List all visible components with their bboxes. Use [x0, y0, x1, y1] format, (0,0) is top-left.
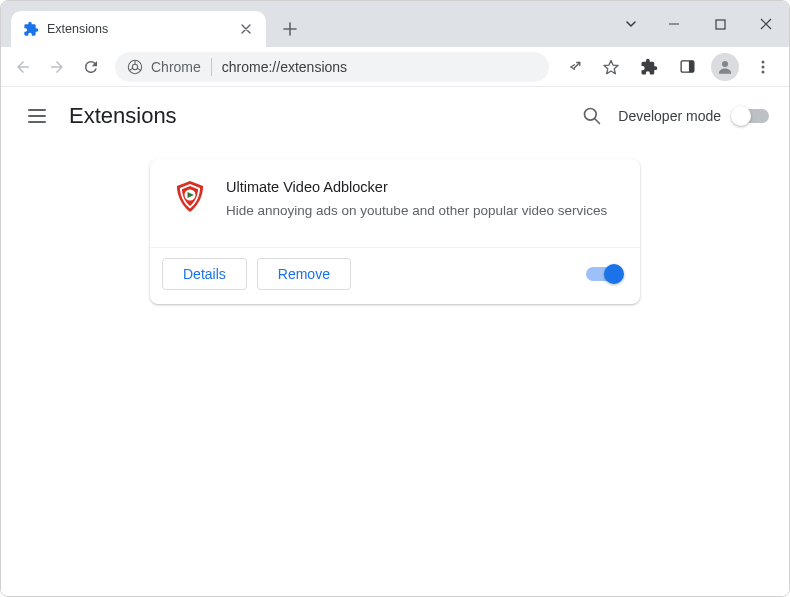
profile-button[interactable]	[709, 51, 741, 83]
extensions-icon[interactable]	[633, 51, 665, 83]
forward-button[interactable]	[41, 51, 73, 83]
titlebar: Extensions	[1, 1, 789, 47]
maximize-button[interactable]	[697, 1, 743, 47]
page-title: Extensions	[69, 103, 177, 129]
bookmark-icon[interactable]	[595, 51, 627, 83]
address-bar: Chrome chrome://extensions	[1, 47, 789, 87]
sidepanel-icon[interactable]	[671, 51, 703, 83]
minimize-button[interactable]	[651, 1, 697, 47]
svg-point-6	[762, 60, 765, 63]
scheme-chip: Chrome	[127, 59, 201, 75]
svg-point-2	[132, 64, 137, 69]
chevron-down-icon[interactable]	[611, 1, 651, 47]
avatar-icon	[711, 53, 739, 81]
svg-rect-0	[716, 20, 725, 29]
remove-button[interactable]: Remove	[257, 258, 351, 290]
omnibox[interactable]: Chrome chrome://extensions	[115, 52, 549, 82]
omnibox-divider	[211, 58, 212, 76]
extension-body: Ultimate Video Adblocker Hide annoying a…	[150, 159, 640, 247]
extension-card: Ultimate Video Adblocker Hide annoying a…	[150, 159, 640, 304]
scheme-label: Chrome	[151, 59, 201, 75]
svg-rect-4	[688, 61, 693, 72]
url-text: chrome://extensions	[222, 59, 347, 75]
extension-name: Ultimate Video Adblocker	[226, 179, 618, 195]
window-controls	[611, 1, 789, 47]
extension-description: Hide annoying ads on youtube and other p…	[226, 201, 618, 221]
page-header: Extensions Developer mode	[1, 87, 789, 145]
reload-button[interactable]	[75, 51, 107, 83]
extension-enable-toggle[interactable]	[586, 267, 622, 281]
svg-point-7	[762, 65, 765, 68]
developer-mode-label: Developer mode	[618, 108, 721, 124]
developer-mode-toggle[interactable]	[733, 109, 769, 123]
svg-point-5	[722, 61, 728, 67]
share-icon[interactable]	[557, 51, 589, 83]
extension-text: Ultimate Video Adblocker Hide annoying a…	[226, 179, 618, 221]
browser-window: Extensions	[0, 0, 790, 597]
browser-tab[interactable]: Extensions	[11, 11, 266, 47]
chrome-icon	[127, 59, 143, 75]
close-button[interactable]	[743, 1, 789, 47]
tab-title: Extensions	[47, 22, 230, 36]
new-tab-button[interactable]	[276, 15, 304, 43]
details-button[interactable]: Details	[162, 258, 247, 290]
back-button[interactable]	[7, 51, 39, 83]
svg-point-8	[762, 70, 765, 73]
search-icon[interactable]	[572, 96, 612, 136]
toolbar-actions	[557, 51, 783, 83]
content-area: Ultimate Video Adblocker Hide annoying a…	[1, 145, 789, 596]
extension-footer: Details Remove	[150, 247, 640, 304]
close-icon[interactable]	[238, 21, 254, 37]
extension-shield-icon	[172, 179, 208, 215]
kebab-menu-icon[interactable]	[747, 51, 779, 83]
puzzle-icon	[23, 21, 39, 37]
hamburger-icon[interactable]	[17, 96, 57, 136]
